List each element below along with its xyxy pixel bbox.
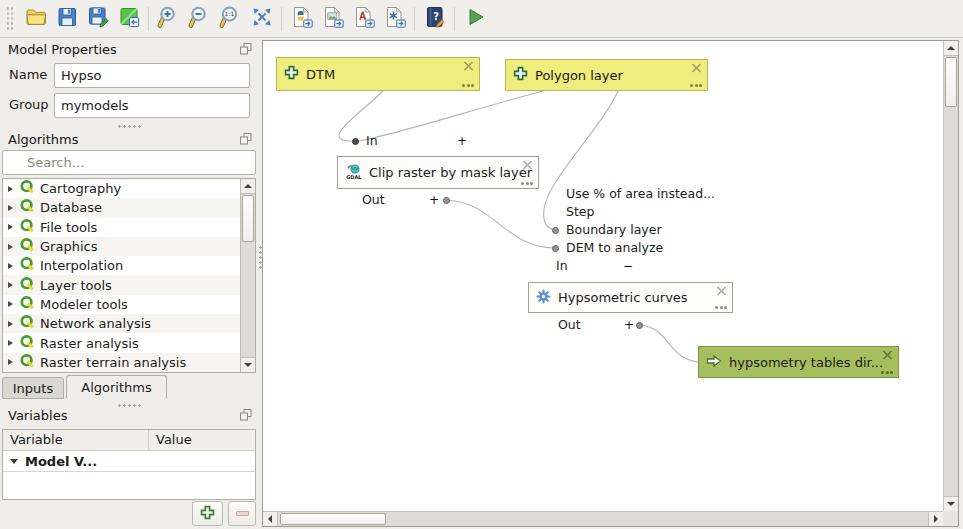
node-options-dots-icon[interactable] xyxy=(462,84,474,87)
run-model-button[interactable] xyxy=(459,3,490,34)
socket-boundary-layer[interactable] xyxy=(552,227,559,234)
expand-caret-icon[interactable] xyxy=(8,224,13,230)
remove-node-icon[interactable] xyxy=(522,159,533,172)
panel-splitter-handle[interactable] xyxy=(117,124,143,129)
plus-icon xyxy=(200,505,215,523)
float-panel-button[interactable] xyxy=(240,43,252,55)
expand-caret-icon[interactable] xyxy=(8,263,13,269)
tree-item-network-analysis[interactable]: Network analysis xyxy=(3,314,240,333)
panel-splitter-handle[interactable] xyxy=(117,403,143,408)
tab-inputs[interactable]: Inputs xyxy=(2,377,64,399)
node-polygon-layer[interactable]: Polygon layer xyxy=(505,59,708,91)
zoom-actual-button[interactable]: 1:1 xyxy=(215,3,246,34)
scroll-down-button[interactable] xyxy=(241,357,255,372)
column-header-variable[interactable]: Variable xyxy=(3,430,149,450)
float-panel-button[interactable] xyxy=(240,409,252,421)
clip-in-expand-toggle[interactable]: + xyxy=(457,134,467,148)
expand-caret-icon[interactable] xyxy=(8,282,13,288)
export-as-image-button[interactable] xyxy=(317,3,348,34)
socket-clip-out[interactable] xyxy=(443,197,450,204)
socket-hyp-out[interactable] xyxy=(636,322,643,329)
name-input[interactable] xyxy=(54,63,250,88)
tab-algorithms[interactable]: Algorithms xyxy=(66,375,167,399)
name-label: Name xyxy=(9,67,47,82)
svg-export-icon xyxy=(383,5,407,32)
tree-item-graphics[interactable]: Graphics xyxy=(3,237,240,256)
add-variable-button[interactable] xyxy=(192,501,223,526)
zoom-out-button[interactable] xyxy=(184,3,215,34)
node-options-dots-icon[interactable] xyxy=(690,84,702,87)
remove-node-icon[interactable] xyxy=(716,285,727,298)
remove-node-icon[interactable] xyxy=(463,60,474,73)
column-header-value[interactable]: Value xyxy=(149,430,192,450)
variables-panel-title: Variables xyxy=(8,408,67,423)
toolbar-drag-handle[interactable] xyxy=(6,6,15,32)
scroll-thumb[interactable] xyxy=(945,57,957,107)
tree-item-raster-terrain-analysis[interactable]: Raster terrain analysis xyxy=(3,353,240,372)
expand-caret-icon[interactable] xyxy=(8,340,13,346)
node-options-dots-icon[interactable] xyxy=(881,371,893,374)
tree-item-cartography[interactable]: Cartography xyxy=(3,179,240,198)
model-canvas[interactable]: DTM Polygon layer In + GDAL Clip raster … xyxy=(262,40,959,527)
export-as-python-button[interactable] xyxy=(286,3,317,34)
tree-item-label: Database xyxy=(40,200,102,215)
tree-item-interpolation[interactable]: Interpolation xyxy=(3,256,240,275)
save-model-as-button[interactable] xyxy=(82,3,113,34)
collapse-triangle-icon[interactable] xyxy=(10,459,18,464)
expand-caret-icon[interactable] xyxy=(8,186,13,192)
float-panel-button[interactable] xyxy=(240,133,252,145)
node-options-dots-icon[interactable] xyxy=(715,306,727,309)
tree-item-database[interactable]: Database xyxy=(3,198,240,217)
toolbar-separator xyxy=(454,7,455,31)
expand-caret-icon[interactable] xyxy=(8,359,13,365)
node-title: Clip raster by mask layer xyxy=(369,165,532,180)
node-dtm[interactable]: DTM xyxy=(276,57,480,91)
save-model-button[interactable] xyxy=(51,3,82,34)
svg-text:GDAL: GDAL xyxy=(346,174,362,180)
scroll-left-button[interactable] xyxy=(263,512,278,526)
tree-item-label: Raster terrain analysis xyxy=(40,355,186,370)
scroll-up-button[interactable] xyxy=(241,179,255,194)
hyp-in-collapse-toggle[interactable]: − xyxy=(623,259,633,273)
scroll-down-button[interactable] xyxy=(944,496,958,511)
scroll-up-button[interactable] xyxy=(944,41,958,56)
zoom-full-button[interactable] xyxy=(246,3,277,34)
variables-group-row[interactable]: Model V... xyxy=(3,451,255,472)
node-hypsometry-output[interactable]: hypsometry tables dir... xyxy=(698,346,899,378)
remove-variable-button[interactable] xyxy=(228,501,256,526)
expand-caret-icon[interactable] xyxy=(8,321,13,327)
expand-caret-icon[interactable] xyxy=(8,205,13,211)
remove-node-icon[interactable] xyxy=(882,349,893,362)
expand-caret-icon[interactable] xyxy=(8,301,13,307)
socket-clip-in[interactable] xyxy=(352,138,359,145)
tree-item-raster-analysis[interactable]: Raster analysis xyxy=(3,333,240,352)
tree-item-file-tools[interactable]: File tools xyxy=(3,218,240,237)
open-model-button[interactable] xyxy=(20,3,51,34)
remove-node-icon[interactable] xyxy=(691,62,702,75)
expand-caret-icon[interactable] xyxy=(8,244,13,250)
scroll-thumb[interactable] xyxy=(242,195,254,242)
node-title: Polygon layer xyxy=(535,68,623,83)
node-options-dots-icon[interactable] xyxy=(521,182,533,185)
scroll-thumb[interactable] xyxy=(280,513,386,525)
clip-out-expand-toggle[interactable]: + xyxy=(429,193,439,207)
search-input[interactable] xyxy=(2,150,256,175)
tree-item-layer-tools[interactable]: Layer tools xyxy=(3,275,240,294)
node-hypsometric-curves[interactable]: Hypsometric curves xyxy=(528,282,733,313)
socket-dem-to-analyze[interactable] xyxy=(552,245,559,252)
tree-item-modeler-tools[interactable]: Modeler tools xyxy=(3,295,240,314)
export-as-pdf-button[interactable] xyxy=(348,3,379,34)
help-button[interactable]: ? xyxy=(419,3,450,34)
variables-table-header: Variable Value xyxy=(3,430,255,451)
tree-scrollbar[interactable] xyxy=(240,179,255,372)
tree-item-label: Layer tools xyxy=(40,278,112,293)
node-clip-raster[interactable]: GDAL Clip raster by mask layer xyxy=(337,156,539,189)
export-as-svg-button[interactable] xyxy=(379,3,410,34)
canvas-horizontal-scrollbar[interactable] xyxy=(263,511,943,526)
canvas-vertical-scrollbar[interactable] xyxy=(943,41,958,511)
scroll-right-button[interactable] xyxy=(928,512,943,526)
save-model-in-project-button[interactable] xyxy=(113,3,144,34)
group-input[interactable] xyxy=(54,93,250,118)
zoom-in-button[interactable] xyxy=(153,3,184,34)
hyp-out-expand-toggle[interactable]: + xyxy=(624,318,634,332)
